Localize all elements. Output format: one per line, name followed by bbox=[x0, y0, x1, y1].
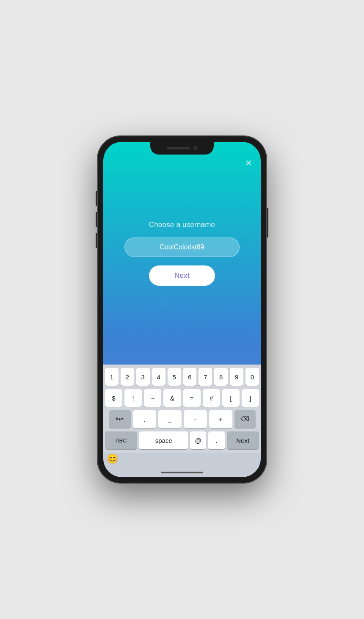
key-space[interactable]: space bbox=[139, 431, 188, 449]
app-screen: ✕ Choose a username Next 1 2 3 4 5 6 bbox=[103, 142, 261, 468]
key-dot-bottom[interactable]: . bbox=[208, 431, 224, 449]
key-dash[interactable]: - bbox=[184, 410, 207, 428]
key-4[interactable]: 4 bbox=[152, 368, 165, 386]
mid-row: #+= . _ - + ⌫ bbox=[105, 410, 259, 428]
key-1[interactable]: 1 bbox=[105, 368, 119, 386]
key-bracket-open[interactable]: [ bbox=[222, 389, 240, 407]
phone-body: ✕ Choose a username Next 1 2 3 4 5 6 bbox=[97, 136, 267, 483]
symbol-row: $ ! ~ & = # [ ] bbox=[105, 389, 259, 407]
home-indicator bbox=[103, 468, 261, 477]
notch bbox=[150, 142, 214, 155]
key-exclaim[interactable]: ! bbox=[124, 389, 142, 407]
phone-device: ✕ Choose a username Next 1 2 3 4 5 6 bbox=[97, 136, 267, 483]
key-dollar[interactable]: $ bbox=[105, 389, 122, 407]
delete-key[interactable]: ⌫ bbox=[234, 410, 256, 428]
keyboard-next-key[interactable]: Next bbox=[227, 431, 259, 449]
key-2[interactable]: 2 bbox=[121, 368, 134, 386]
speaker bbox=[167, 147, 190, 149]
key-3[interactable]: 3 bbox=[136, 368, 150, 386]
key-period[interactable]: . bbox=[133, 410, 156, 428]
key-9[interactable]: 9 bbox=[230, 368, 243, 386]
bottom-row: ABC space @ . Next bbox=[105, 431, 259, 449]
key-6[interactable]: 6 bbox=[183, 368, 197, 386]
key-abc[interactable]: ABC bbox=[105, 431, 137, 449]
close-button[interactable]: ✕ bbox=[245, 159, 252, 167]
next-button[interactable]: Next bbox=[149, 265, 215, 286]
phone-screen: ✕ Choose a username Next 1 2 3 4 5 6 bbox=[103, 142, 261, 477]
key-ampersand[interactable]: & bbox=[163, 389, 181, 407]
key-0[interactable]: 0 bbox=[245, 368, 259, 386]
key-bracket-close[interactable]: ] bbox=[242, 389, 259, 407]
number-row: 1 2 3 4 5 6 7 8 9 0 bbox=[105, 368, 259, 386]
key-hash[interactable]: # bbox=[203, 389, 220, 407]
key-at[interactable]: @ bbox=[190, 431, 206, 449]
prompt-text: Choose a username bbox=[149, 221, 215, 229]
home-bar bbox=[161, 472, 203, 473]
key-8[interactable]: 8 bbox=[214, 368, 228, 386]
keyboard-bottom: 😊 bbox=[103, 453, 261, 468]
username-input[interactable] bbox=[124, 238, 240, 257]
content-area: Choose a username Next bbox=[103, 142, 261, 365]
key-equals[interactable]: = bbox=[183, 389, 201, 407]
key-plus[interactable]: + bbox=[209, 410, 232, 428]
key-7[interactable]: 7 bbox=[199, 368, 212, 386]
key-5[interactable]: 5 bbox=[168, 368, 181, 386]
key-hashplus[interactable]: #+= bbox=[109, 410, 131, 428]
keyboard: 1 2 3 4 5 6 7 8 9 0 $ ! bbox=[103, 365, 261, 453]
key-underscore[interactable]: _ bbox=[158, 410, 182, 428]
front-camera bbox=[193, 146, 198, 150]
emoji-button[interactable]: 😊 bbox=[107, 453, 118, 464]
key-tilde[interactable]: ~ bbox=[144, 389, 161, 407]
